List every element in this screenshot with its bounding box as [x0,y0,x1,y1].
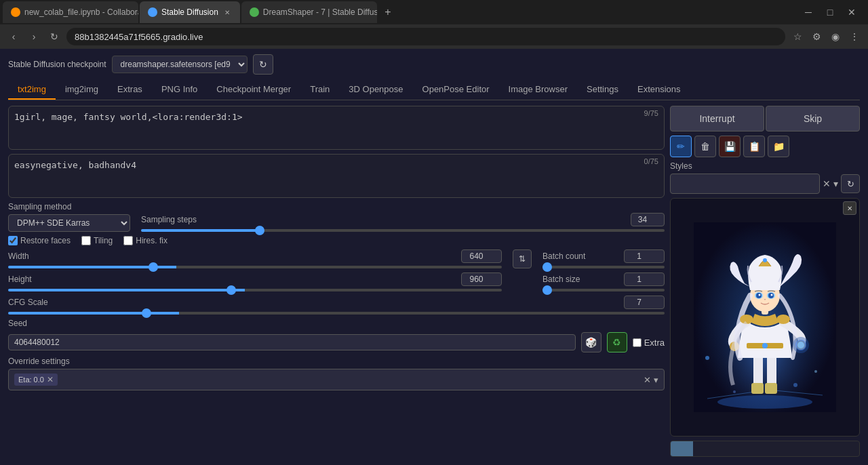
override-clear-button[interactable]: ✕ [644,375,651,385]
paint-edit-button[interactable]: ✏ [670,136,692,157]
tiling-input[interactable] [81,236,91,245]
checkpoint-refresh-button[interactable]: ↻ [253,54,273,75]
progress-area [670,441,860,457]
height-slider[interactable] [8,289,502,291]
forward-button[interactable]: › [26,28,42,45]
app-container: Stable Diffusion checkpoint dreamshaper.… [0,49,868,465]
trash-button[interactable]: 🗑 [694,136,716,157]
tab-openpose-editor[interactable]: OpenPose Editor [413,80,499,100]
width-slider[interactable] [8,266,502,268]
styles-dropdown-button[interactable]: ▾ [833,178,838,189]
tab-checkpoint-merger[interactable]: Checkpoint Merger [207,80,300,100]
svg-point-25 [763,258,767,262]
menu-button[interactable]: ⋮ [846,28,863,45]
hires-fix-checkbox[interactable]: Hires. fix [123,236,167,245]
tab-close-sd[interactable]: ✕ [222,7,232,17]
override-dropdown-button[interactable]: ▾ [654,375,658,385]
cfg-scale-value[interactable] [624,296,665,309]
seed-recycle-button[interactable]: ♻ [607,332,627,352]
sampling-steps-value[interactable] [631,213,665,226]
tab-extras[interactable]: Extras [108,80,152,100]
address-bar-row: ‹ › ↻ ☆ ⚙ ◉ ⋮ [0,24,868,49]
negative-prompt-input[interactable] [9,155,664,195]
width-value[interactable] [461,249,502,263]
svg-rect-12 [765,383,777,394]
browser-chrome: new_colab_file.ipynb - Collabora... ✕ St… [0,0,868,49]
override-tag-label: Eta: 0.0 [18,376,44,384]
seed-random-button[interactable]: 🎲 [581,332,601,352]
close-window-button[interactable]: ✕ [844,4,860,20]
batch-count-value[interactable] [624,249,665,263]
styles-refresh-button[interactable]: ↻ [841,174,860,193]
tab-train[interactable]: Train [300,80,339,100]
tiling-label: Tiling [94,236,113,245]
batch-size-value[interactable] [624,272,665,286]
tab-3d-openpose[interactable]: 3D Openpose [339,80,412,100]
sampling-method-select[interactable]: DPM++ SDE Karras [8,214,130,232]
tab-dreamshaper[interactable]: DreamShaper - 7 | Stable Diffusio... ✕ [241,1,377,23]
generate-buttons-row: Interrupt Skip [670,106,860,132]
folder-button[interactable]: 📁 [768,136,789,157]
styles-input[interactable] [670,174,820,194]
restore-faces-checkbox[interactable]: Restore faces [8,236,71,245]
height-value[interactable] [461,272,502,286]
extensions-button[interactable]: ⚙ [808,28,825,45]
positive-prompt-container: // Set textarea value after DOM loads do… [8,106,665,150]
bookmark-button[interactable]: ☆ [789,28,806,45]
checkpoint-label: Stable Diffusion checkpoint [8,60,106,69]
profile-button[interactable]: ◉ [827,28,844,45]
tab-png-info[interactable]: PNG Info [152,80,207,100]
extra-label: Extra [644,338,665,348]
checkpoint-select[interactable]: dreamshaper.safetensors [ed989d673d] [112,56,248,73]
batch-count-slider[interactable] [542,266,665,268]
address-input[interactable] [66,28,785,45]
svg-point-14 [762,343,768,348]
svg-point-28 [797,342,804,348]
tab-colab[interactable]: new_colab_file.ipynb - Collabora... ✕ [3,1,138,23]
height-label: Height [8,275,32,284]
maximize-button[interactable]: □ [822,4,838,20]
extra-checkbox-input[interactable] [633,338,642,347]
tab-image-browser[interactable]: Image Browser [499,80,577,100]
tab-txt2img[interactable]: txt2img [8,80,56,100]
cfg-scale-group: CFG Scale [8,296,665,315]
svg-rect-11 [751,383,764,394]
tab-settings[interactable]: Settings [577,80,628,100]
save-style-button[interactable]: 💾 [719,136,741,157]
main-tabs: txt2img img2img Extras PNG Info Checkpoi… [8,80,860,100]
sampling-method-group: Sampling method DPM++ SDE Karras [8,202,130,232]
tab-icon-colab [11,7,20,17]
batch-size-slider[interactable] [542,289,665,291]
new-tab-button[interactable]: + [378,3,397,22]
copy-button[interactable]: 📋 [743,136,765,157]
tab-label-sd: Stable Diffusion [161,7,218,17]
override-tag-close[interactable]: ✕ [47,375,54,384]
tab-stable-diffusion[interactable]: Stable Diffusion ✕ [140,1,240,23]
tab-img2img[interactable]: img2img [56,80,108,100]
tiling-checkbox[interactable]: Tiling [81,236,113,245]
restore-faces-label: Restore faces [20,236,71,245]
hires-fix-input[interactable] [123,236,133,245]
swap-dimensions-button[interactable]: ⇅ [513,249,532,268]
tab-extensions[interactable]: Extensions [628,80,690,100]
image-output-area: ✕ [670,198,860,437]
styles-clear-button[interactable]: ✕ [823,178,831,189]
image-close-button[interactable]: ✕ [843,201,856,215]
extra-checkbox[interactable]: Extra [633,338,665,348]
batch-size-label: Batch size [542,275,580,284]
styles-label: Styles [670,161,860,171]
tab-label-dreamshaper: DreamShaper - 7 | Stable Diffusio... [263,7,377,17]
cfg-scale-slider[interactable] [8,312,665,315]
interrupt-button[interactable]: Interrupt [670,106,764,132]
width-label: Width [8,251,29,261]
minimize-button[interactable]: ─ [800,4,816,20]
sampling-steps-slider[interactable] [141,229,665,232]
positive-prompt-input[interactable] [9,106,664,147]
override-actions: ✕ ▾ [644,375,658,385]
skip-button[interactable]: Skip [766,106,860,132]
reload-button[interactable]: ↻ [46,28,62,45]
svg-point-23 [759,294,761,296]
seed-input[interactable] [8,334,576,350]
back-button[interactable]: ‹ [5,28,22,45]
restore-faces-input[interactable] [8,236,18,245]
